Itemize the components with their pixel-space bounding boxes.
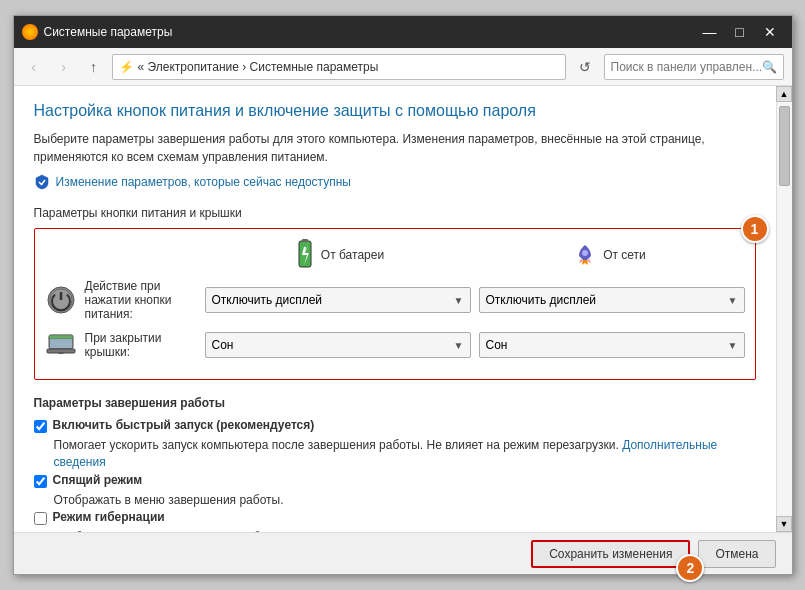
fast-boot-label: Включить быстрый запуск (рекомендуется)	[53, 418, 315, 432]
address-bar: ‹ › ↑ ⚡ « Электропитание › Системные пар…	[14, 48, 792, 86]
fast-boot-link[interactable]: Дополнительные сведения	[54, 438, 718, 469]
power-section: 1 От батареи	[34, 228, 756, 380]
power-btn-mains-value: Отключить дисплей	[486, 293, 728, 307]
minimize-button[interactable]: —	[696, 21, 724, 43]
column-headers: От батареи От сети	[45, 239, 745, 271]
svg-point-10	[58, 352, 64, 354]
breadcrumb-bar[interactable]: ⚡ « Электропитание › Системные параметры	[112, 54, 566, 80]
power-button-row: Действие при нажатии кнопки питания: Отк…	[45, 279, 745, 321]
page-title: Настройка кнопок питания и включение защ…	[34, 102, 756, 120]
svg-rect-8	[49, 335, 73, 339]
power-btn-label: Действие при нажатии кнопки питания:	[85, 279, 205, 321]
title-bar-controls: — □ ✕	[696, 21, 784, 43]
search-icon: 🔍	[762, 60, 777, 74]
hibernate-checkbox[interactable]	[34, 512, 47, 525]
page-description: Выберите параметры завершения работы для…	[34, 130, 756, 166]
power-btn-controls: Отключить дисплей ▼ Отключить дисплей ▼	[205, 287, 745, 313]
sleep-item: Спящий режим	[34, 473, 756, 488]
lid-mains-value: Сон	[486, 338, 728, 352]
breadcrumb-text: « Электропитание › Системные параметры	[138, 60, 379, 74]
main-window: Системные параметры — □ ✕ ‹ › ↑ ⚡ « Элек…	[13, 15, 793, 575]
dropdown-arrow-4: ▼	[728, 340, 738, 351]
change-params-label: Изменение параметров, которые сейчас нед…	[56, 175, 352, 189]
back-button[interactable]: ‹	[22, 55, 46, 79]
dropdown-arrow-3: ▼	[454, 340, 464, 351]
shutdown-section: Параметры завершения работы Включить быс…	[34, 396, 756, 532]
dropdown-arrow-1: ▼	[454, 295, 464, 306]
cancel-button[interactable]: Отмена	[698, 540, 775, 568]
maximize-button[interactable]: □	[726, 21, 754, 43]
save-button[interactable]: Сохранить изменения	[531, 540, 690, 568]
lid-close-icon	[45, 329, 77, 361]
shutdown-section-title: Параметры завершения работы	[34, 396, 756, 410]
lid-mains-dropdown[interactable]: Сон ▼	[479, 332, 745, 358]
power-button-icon	[45, 284, 77, 316]
window-title: Системные параметры	[44, 25, 173, 39]
badge-1: 1	[741, 215, 769, 243]
lid-battery-dropdown[interactable]: Сон ▼	[205, 332, 471, 358]
fast-boot-checkbox[interactable]	[34, 420, 47, 433]
window-icon	[22, 24, 38, 40]
fast-boot-desc: Помогает ускорить запуск компьютера посл…	[54, 437, 756, 471]
scrollbar-down-button[interactable]: ▼	[776, 516, 792, 532]
breadcrumb-icon: ⚡	[119, 60, 134, 74]
lid-label-area: При закрытии крышки:	[45, 329, 205, 361]
title-bar: Системные параметры — □ ✕	[14, 16, 792, 48]
battery-header-label: От батареи	[321, 248, 384, 262]
scrollbar-up-button[interactable]: ▲	[776, 86, 792, 102]
save-button-wrapper: Сохранить изменения 2	[531, 540, 690, 568]
lid-controls: Сон ▼ Сон ▼	[205, 332, 745, 358]
hibernate-item: Режим гибернации	[34, 510, 756, 525]
scrollbar[interactable]: ▲ ▼	[776, 86, 792, 532]
lid-close-row: При закрытии крышки: Сон ▼ Сон ▼	[45, 329, 745, 361]
battery-icon	[295, 239, 315, 271]
sleep-desc: Отображать в меню завершения работы.	[54, 492, 756, 509]
scrollbar-track[interactable]	[777, 102, 792, 516]
power-btn-battery-dropdown[interactable]: Отключить дисплей ▼	[205, 287, 471, 313]
main-content: Настройка кнопок питания и включение защ…	[14, 86, 776, 532]
svg-rect-11	[50, 339, 72, 348]
svg-rect-1	[302, 239, 308, 242]
power-column-header: От сети	[475, 239, 745, 271]
hibernate-label: Режим гибернации	[53, 510, 165, 524]
change-params-link[interactable]: Изменение параметров, которые сейчас нед…	[34, 174, 756, 190]
badge-2: 2	[676, 554, 704, 582]
content-area: Настройка кнопок питания и включение защ…	[14, 86, 792, 532]
close-button[interactable]: ✕	[756, 21, 784, 43]
bottom-bar: Сохранить изменения 2 Отмена	[14, 532, 792, 574]
lid-label: При закрытии крышки:	[85, 331, 205, 359]
sleep-checkbox[interactable]	[34, 475, 47, 488]
fast-boot-item: Включить быстрый запуск (рекомендуется)	[34, 418, 756, 433]
sleep-label: Спящий режим	[53, 473, 143, 487]
power-btn-label-area: Действие при нажатии кнопки питания:	[45, 279, 205, 321]
forward-button[interactable]: ›	[52, 55, 76, 79]
battery-column-header: От батареи	[205, 239, 475, 271]
lid-battery-value: Сон	[212, 338, 454, 352]
power-btn-battery-value: Отключить дисплей	[212, 293, 454, 307]
rocket-icon	[573, 243, 597, 267]
dropdown-arrow-2: ▼	[728, 295, 738, 306]
search-box[interactable]: 🔍	[604, 54, 784, 80]
svg-point-4	[582, 250, 588, 256]
shield-icon	[34, 174, 50, 190]
power-section-title: Параметры кнопки питания и крышки	[34, 206, 756, 220]
refresh-button[interactable]: ↺	[572, 54, 598, 80]
title-bar-left: Системные параметры	[22, 24, 173, 40]
scrollbar-thumb[interactable]	[779, 106, 790, 186]
power-header-label: От сети	[603, 248, 646, 262]
search-input[interactable]	[611, 60, 762, 74]
up-button[interactable]: ↑	[82, 55, 106, 79]
power-btn-mains-dropdown[interactable]: Отключить дисплей ▼	[479, 287, 745, 313]
